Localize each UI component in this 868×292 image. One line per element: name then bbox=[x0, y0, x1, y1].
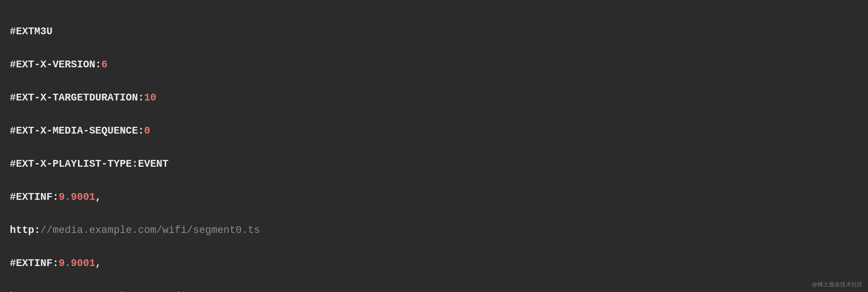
watermark-text: @稀土掘金技术社区 bbox=[812, 280, 863, 289]
url-scheme: http: bbox=[10, 225, 40, 236]
tag-version: #EXT-X-VERSION: bbox=[10, 59, 101, 70]
value-version: 6 bbox=[101, 59, 107, 70]
line-version: #EXT-X-VERSION:6 bbox=[10, 56, 858, 73]
url-rest: //media.example.com/wifi/segment0.ts bbox=[40, 225, 260, 236]
tag-extm3u: #EXTM3U bbox=[10, 26, 52, 37]
tag-mediasequence: #EXT-X-MEDIA-SEQUENCE: bbox=[10, 125, 144, 137]
comma: , bbox=[95, 258, 101, 269]
tag-extinf: #EXTINF: bbox=[10, 258, 59, 269]
line-extinf-0: #EXTINF:9.9001, bbox=[10, 189, 858, 205]
value-extinf: 9.9001 bbox=[59, 192, 95, 203]
tag-playlisttype: #EXT-X-PLAYLIST-TYPE:EVENT bbox=[10, 158, 168, 170]
line-extm3u: #EXTM3U bbox=[10, 23, 858, 40]
value-targetduration: 10 bbox=[144, 92, 156, 103]
line-targetduration: #EXT-X-TARGETDURATION:10 bbox=[10, 90, 858, 106]
line-mediasequence: #EXT-X-MEDIA-SEQUENCE:0 bbox=[10, 123, 858, 139]
tag-targetduration: #EXT-X-TARGETDURATION: bbox=[10, 92, 144, 103]
comma: , bbox=[95, 192, 101, 203]
value-extinf: 9.9001 bbox=[59, 258, 95, 269]
line-url-1: http://media.example.com/wifi/segment1.t… bbox=[10, 288, 858, 292]
value-mediasequence: 0 bbox=[144, 125, 150, 137]
line-playlisttype: #EXT-X-PLAYLIST-TYPE:EVENT bbox=[10, 156, 858, 172]
tag-extinf: #EXTINF: bbox=[10, 192, 59, 203]
line-extinf-1: #EXTINF:9.9001, bbox=[10, 255, 858, 272]
m3u8-code-block: #EXTM3U #EXT-X-VERSION:6 #EXT-X-TARGETDU… bbox=[10, 7, 858, 292]
line-url-0: http://media.example.com/wifi/segment0.t… bbox=[10, 222, 858, 239]
